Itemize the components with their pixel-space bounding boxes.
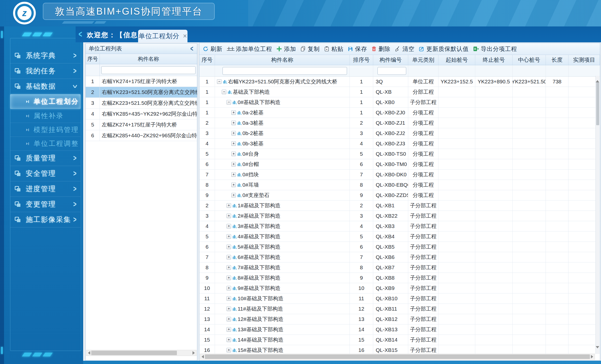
expand-icon[interactable]: +	[227, 234, 231, 239]
sidebar-subitem[interactable]: 属性补录	[10, 109, 81, 123]
list-item[interactable]: 1右幅YK274+175红崖子沟特大桥	[86, 76, 197, 87]
v-scrollbar[interactable]	[595, 76, 600, 354]
table-row[interactable]: 12+11#基础及下部构造12QL-XB11子分部工程	[199, 304, 600, 314]
table-row[interactable]: 8+7#基础及下部构造8QL-XB7子分部工程	[199, 262, 600, 273]
list-item[interactable]: 3左幅ZK223+521.50阿克塞分离式立交跨线大桥	[86, 98, 197, 109]
collapse-icon[interactable]: −	[217, 79, 222, 84]
table-row[interactable]: 16+15#基础及下部构造16QL-XB15子分部工程	[199, 345, 600, 355]
expand-icon[interactable]: +	[227, 224, 231, 228]
sidebar-item[interactable]: 安全管理>	[10, 166, 81, 181]
expand-icon[interactable]: +	[227, 286, 231, 290]
table-row[interactable]: 2+0a-3桩基2QL-XB0-ZJ1分项工程	[199, 118, 600, 128]
expand-icon[interactable]: +	[227, 203, 231, 208]
expand-icon[interactable]: +	[227, 265, 231, 270]
sidebar-item[interactable]: 变更管理>	[10, 197, 81, 212]
expand-icon[interactable]: +	[231, 172, 236, 177]
collapse-icon[interactable]: −	[227, 100, 231, 105]
table-row[interactable]: 8+0#耳墙8QL-XB0-EBQ0分项工程	[199, 180, 600, 190]
expand-icon[interactable]: +	[227, 317, 231, 321]
table-row[interactable]: 6+5#基础及下部构造6QL-XB5子分部工程	[199, 242, 600, 252]
clear-button[interactable]: 清空	[395, 44, 415, 53]
tab-unit-division[interactable]: 单位工程划分 ×	[138, 30, 187, 42]
expand-icon[interactable]: +	[227, 327, 231, 332]
code-filter-input[interactable]	[377, 67, 406, 75]
add-unit-button[interactable]: 土土添加单位工程	[227, 44, 272, 53]
list-item[interactable]: 6左幅ZK285+440~ZK292+965阿尔金山特长隧道	[86, 130, 197, 141]
table-row[interactable]: 15+14#基础及下部构造15QL-XB14子分部工程	[199, 335, 600, 345]
sidebar-item[interactable]: 进度管理>	[10, 181, 81, 197]
sidebar-item[interactable]: 基础数据>	[10, 79, 81, 94]
table-row[interactable]: 1−基础及下部构造1QL-XB分部工程	[199, 87, 600, 97]
table-row[interactable]: 1−右幅YK223+521.50阿克塞分离式立交跨线大桥13Q单位工程YK223…	[199, 77, 600, 87]
expand-icon[interactable]: +	[231, 183, 236, 187]
table-row[interactable]: 3+2#基础及下部构造3QL-XB22子分部工程	[199, 211, 600, 221]
expand-icon[interactable]: +	[231, 121, 236, 125]
collapse-panel-icon[interactable]: <	[190, 44, 193, 53]
expand-icon[interactable]: +	[227, 214, 231, 218]
table-row[interactable]: 7+0#挡块7QL-XB0-DK0分项工程	[199, 170, 600, 180]
table-row[interactable]: 4+3#基础及下部构造4QL-XB3子分部工程	[199, 221, 600, 231]
expand-icon[interactable]: +	[227, 338, 231, 342]
table-row[interactable]: 10+9#基础及下部构造10QL-XB9子分部工程	[199, 283, 600, 293]
add-button[interactable]: 添加	[276, 44, 296, 53]
scroll-down-icon[interactable]	[596, 348, 600, 354]
expand-icon[interactable]: +	[231, 152, 236, 156]
table-row[interactable]: 7+6#基础及下部构造7QL-XB6子分部工程	[199, 252, 600, 262]
table-row[interactable]: 6+0#台帽6QL-XB0-TM0分项工程	[199, 159, 600, 170]
table-row[interactable]: 2+1#基础及下部构造2QL-XB1子分部工程	[199, 201, 600, 211]
expand-icon[interactable]: +	[231, 110, 236, 115]
expand-icon[interactable]: +	[227, 348, 231, 352]
table-row[interactable]: 5+0#台身5QL-XB0-TS0分项工程	[199, 149, 600, 159]
expand-icon[interactable]: +	[227, 255, 231, 259]
expand-icon[interactable]: +	[227, 245, 231, 249]
scroll-right-icon[interactable]	[193, 351, 195, 355]
h-scrollbar[interactable]	[86, 350, 197, 356]
scroll-left-icon[interactable]	[202, 355, 204, 358]
sidebar-subitem[interactable]: 单位工程调整	[10, 137, 81, 151]
table-row[interactable]: 1−0#基础及下部构造1QL-XB0子分部工程	[199, 97, 600, 108]
sidebar-item[interactable]: 我的任务>	[10, 63, 81, 79]
h-scroll-thumb[interactable]	[205, 354, 590, 359]
table-row[interactable]: 1+0a-2桩基1QL-XB0-ZJ0分项工程	[199, 108, 600, 118]
sidebar-subitem[interactable]: 单位工程划分	[10, 94, 81, 109]
h-scroll-thumb[interactable]	[91, 351, 177, 355]
expand-icon[interactable]: +	[231, 193, 236, 197]
expand-icon[interactable]: +	[231, 141, 236, 146]
paste-button[interactable]: 粘贴	[324, 44, 343, 53]
table-row[interactable]: 11+10#基础及下部构造11QL-XB10子分部工程	[199, 293, 600, 304]
excel-button[interactable]: 导出分项工程	[473, 44, 517, 53]
copy-button[interactable]: 复制	[300, 44, 320, 53]
table-row[interactable]: 9+8#基础及下部构造9QL-XB8子分部工程	[199, 273, 600, 283]
expand-icon[interactable]: +	[231, 131, 236, 136]
tab-close-icon[interactable]: ×	[183, 32, 187, 40]
list-item[interactable]: 5左幅ZK274+175红崖子沟特大桥	[86, 119, 197, 130]
refresh-button[interactable]: 刷新	[203, 44, 223, 53]
scroll-up-icon[interactable]	[596, 76, 600, 81]
scroll-right-icon[interactable]	[591, 355, 593, 358]
delete-button[interactable]: 删除	[371, 44, 391, 53]
sidebar-item[interactable]: 系统字典>	[10, 48, 81, 63]
scroll-left-icon[interactable]	[88, 351, 90, 355]
table-row[interactable]: 5+4#基础及下部构造5QL-XB4子分部工程	[199, 231, 600, 242]
expand-icon[interactable]: +	[227, 307, 231, 311]
v-scroll-thumb[interactable]	[596, 82, 599, 125]
collapse-icon[interactable]: −	[222, 90, 226, 94]
table-row[interactable]: 9+0#支座垫石9QL-XB0-ZZDS0分项工程	[199, 190, 600, 201]
table-row[interactable]: 4+0b-3桩基4QL-XB0-ZJ3分项工程	[199, 139, 600, 149]
list-item[interactable]: 4右幅YK285+435~YK292+962阿尔金山特长隧道	[86, 109, 197, 119]
left-name-filter-input[interactable]	[101, 66, 196, 74]
name-filter-input[interactable]	[223, 67, 347, 75]
back-chevron-icon[interactable]: <	[79, 29, 82, 40]
table-row[interactable]: 3+0b-2桩基3QL-XB0-ZJ2分项工程	[199, 128, 600, 139]
h-scrollbar[interactable]	[200, 354, 595, 360]
sidebar-subitem[interactable]: 模型挂码管理	[10, 123, 81, 137]
expand-icon[interactable]: +	[227, 276, 231, 280]
table-row[interactable]: 14+13#基础及下部构造14QL-XB13子分部工程	[199, 324, 600, 335]
expand-icon[interactable]: +	[227, 296, 231, 301]
list-item[interactable]: 2右幅YK223+521.50阿克塞分离式立交跨线大桥	[86, 87, 197, 98]
sidebar-item[interactable]: 施工影像采集>	[10, 212, 81, 227]
table-row[interactable]: 13+12#基础及下部构造13QL-XB12子分部工程	[199, 314, 600, 324]
sidebar-item[interactable]: 质量管理>	[10, 151, 81, 166]
edit-button[interactable]: 更新质保默认值	[419, 44, 469, 53]
expand-icon[interactable]: +	[231, 162, 236, 167]
